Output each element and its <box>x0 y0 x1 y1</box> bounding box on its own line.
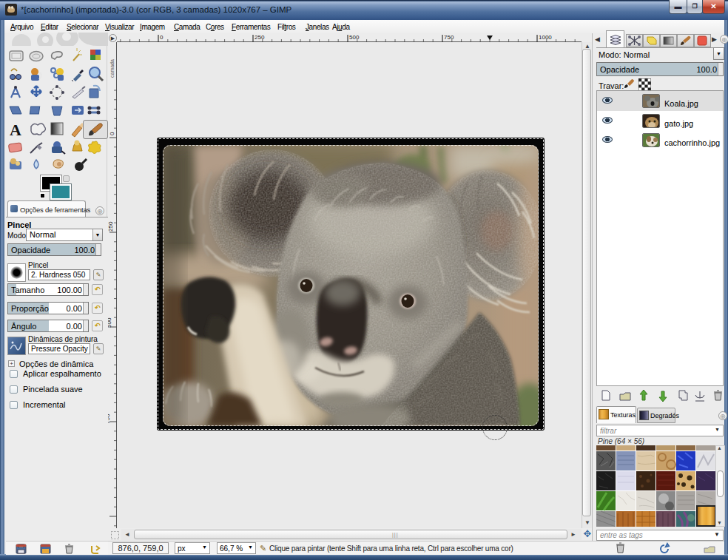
svg-text:500: 500 <box>349 34 360 41</box>
svg-text:500: 500 <box>108 317 112 328</box>
svg-text:750: 750 <box>108 414 111 424</box>
svg-text:250: 250 <box>108 221 114 232</box>
svg-text:1000: 1000 <box>539 34 552 41</box>
svg-text:A: A <box>10 121 21 139</box>
svg-text:750: 750 <box>444 34 454 41</box>
svg-text:camada: camada <box>109 59 115 78</box>
svg-text:250: 250 <box>255 34 265 41</box>
svg-text:0: 0 <box>109 132 115 135</box>
svg-text:0: 0 <box>160 34 164 41</box>
